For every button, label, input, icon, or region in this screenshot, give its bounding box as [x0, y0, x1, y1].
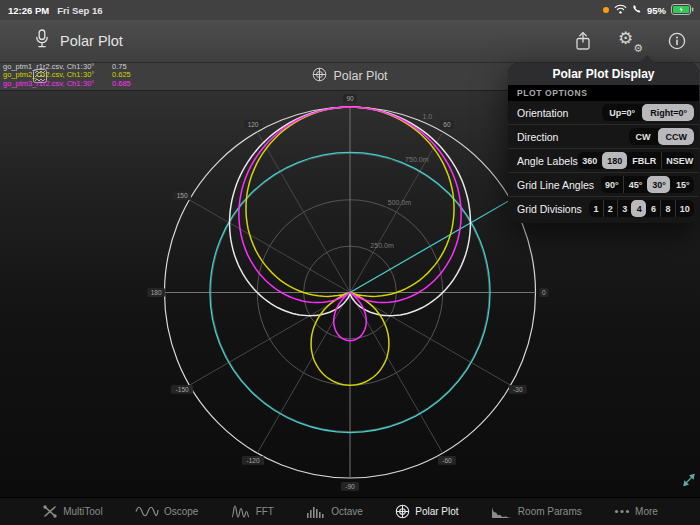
polar-icon [395, 504, 410, 519]
plot-options-section-header: PLOT OPTIONS [508, 85, 699, 101]
segment-direction-ccw[interactable]: CCW [658, 128, 695, 145]
tab-bar: MultiToolOscopeFFTOctavePolar PlotRoom P… [0, 497, 700, 525]
info-button[interactable] [668, 32, 686, 50]
segment-grid-divisions-3[interactable]: 3 [617, 200, 631, 217]
tab-label: Room Params [518, 506, 582, 517]
svg-text:-60: -60 [442, 457, 452, 464]
segment-grid-divisions-10[interactable]: 10 [675, 200, 694, 217]
segment-grid-divisions-2[interactable]: 2 [603, 200, 617, 217]
nav-bar: Polar Plot ⚙ ⚙ [0, 20, 700, 63]
segment-orientation-right-0[interactable]: Right=0° [642, 104, 694, 121]
gear-small-icon: ⚙ [633, 42, 643, 55]
svg-text:-150: -150 [176, 386, 189, 393]
legend-file: go_ptm3_r1r2.csv, Ch1: [3, 80, 83, 88]
svg-text:90: 90 [346, 95, 354, 102]
battery-percent: 95% [647, 5, 666, 16]
polar-plot-display-popover: Polar Plot Display PLOT OPTIONS Orientat… [508, 63, 699, 223]
popover-arrow-icon [639, 55, 655, 63]
tab-label: MultiTool [63, 506, 102, 517]
tab-label: Polar Plot [415, 506, 458, 517]
segment-direction-cw[interactable]: CW [629, 128, 658, 145]
option-label: Direction [517, 131, 558, 143]
legend-row-go-ptm3-r1r2-csv-ch1[interactable]: go_ptm3_r1r2.csv, Ch1:30°0.685 [3, 80, 131, 88]
mic-in-use-indicator-icon [603, 7, 609, 13]
legend-cursor-angle: 30° [83, 80, 112, 88]
octave-icon [306, 505, 326, 518]
toolbar-title: Polar Plot [333, 69, 387, 83]
popover-title: Polar Plot Display [508, 63, 699, 85]
svg-text:-120: -120 [247, 457, 260, 464]
option-row-grid-divisions: Grid Divisions12346810 [508, 197, 699, 223]
tab-octave[interactable]: Octave [306, 505, 363, 518]
segment-angle-labels-180[interactable]: 180 [602, 152, 627, 169]
page-title: Polar Plot [60, 33, 123, 49]
option-label: Grid Divisions [517, 203, 582, 215]
option-row-angle-labels: Angle Labels360180FBLRNSEW [508, 149, 699, 173]
segment-angle-labels-fblr[interactable]: FBLR [627, 152, 661, 169]
polar-plot-icon [312, 67, 327, 85]
segmented-control-orientation: Up=0°Right=0° [602, 104, 694, 121]
svg-text:-30: -30 [513, 386, 523, 393]
battery-icon [671, 4, 694, 17]
segment-orientation-up-0[interactable]: Up=0° [602, 104, 642, 121]
gear-icon: ⚙ [618, 28, 633, 49]
svg-text:60: 60 [443, 121, 451, 128]
settings-gears-button[interactable]: ⚙ ⚙ [618, 31, 642, 51]
status-date: Fri Sep 16 [57, 5, 102, 16]
expand-icon[interactable] [682, 473, 696, 491]
option-row-grid-line-angles: Grid Line Angles90°45°30°15° [508, 173, 699, 197]
segment-grid-divisions-4[interactable]: 4 [631, 200, 645, 217]
segment-grid-divisions-6[interactable]: 6 [646, 200, 660, 217]
tab-label: Oscope [164, 506, 198, 517]
tab-more[interactable]: More [614, 506, 658, 517]
option-label: Angle Labels [517, 155, 578, 167]
segmented-control-grid-divisions: 12346810 [589, 200, 694, 217]
multitool-icon [42, 504, 58, 519]
svg-text:180: 180 [151, 289, 162, 296]
status-time: 12:26 PM [8, 5, 49, 16]
option-label: Orientation [517, 107, 568, 119]
tab-fft[interactable]: FFT [231, 505, 274, 518]
svg-text:0: 0 [542, 289, 546, 296]
option-label: Grid Line Angles [517, 179, 594, 191]
svg-text:250.0m: 250.0m [370, 242, 394, 249]
phone-icon [632, 4, 642, 16]
svg-text:-90: -90 [345, 483, 355, 490]
segmented-control-grid-line-angles: 90°45°30°15° [601, 176, 695, 193]
segment-grid-line-angles-45[interactable]: 45° [623, 176, 647, 193]
segmented-control-direction: CWCCW [629, 128, 695, 145]
tab-label: Octave [331, 506, 363, 517]
svg-text:750.0m: 750.0m [405, 156, 429, 163]
svg-text:500.0m: 500.0m [388, 199, 412, 206]
tab-polar-plot[interactable]: Polar Plot [395, 504, 458, 519]
svg-text:1.0: 1.0 [422, 113, 432, 120]
oscope-icon [135, 505, 159, 518]
segment-grid-divisions-8[interactable]: 8 [660, 200, 674, 217]
segment-grid-divisions-1[interactable]: 1 [589, 200, 602, 217]
option-row-orientation: OrientationUp=0°Right=0° [508, 101, 699, 125]
legend-cursor-value: 0.685 [112, 80, 131, 88]
trace-legend: go_ptm1_r1r2.csv, Ch1:30°0.75go_ptm2_r1r… [3, 63, 131, 88]
segment-angle-labels-360[interactable]: 360 [578, 152, 602, 169]
tab-oscope[interactable]: Oscope [135, 505, 198, 518]
svg-text:120: 120 [248, 121, 259, 128]
segment-grid-line-angles-30[interactable]: 30° [647, 176, 671, 193]
tab-room-params[interactable]: Room Params [491, 505, 582, 518]
tab-multitool[interactable]: MultiTool [42, 504, 102, 519]
segment-grid-line-angles-90[interactable]: 90° [601, 176, 624, 193]
option-row-direction: DirectionCWCCW [508, 125, 699, 149]
status-bar: 12:26 PM Fri Sep 16 95% [0, 0, 700, 20]
segmented-control-angle-labels: 360180FBLRNSEW [578, 152, 694, 169]
svg-text:150: 150 [177, 192, 188, 199]
more-icon [614, 509, 630, 514]
wifi-icon [614, 4, 627, 16]
tab-label: More [635, 506, 658, 517]
microphone-icon [34, 29, 50, 53]
tab-label: FFT [256, 506, 274, 517]
segment-angle-labels-nsew[interactable]: NSEW [661, 152, 694, 169]
segment-grid-line-angles-15[interactable]: 15° [670, 176, 694, 193]
room-icon [491, 505, 513, 518]
fft-icon [231, 505, 251, 518]
share-button[interactable] [574, 31, 592, 51]
